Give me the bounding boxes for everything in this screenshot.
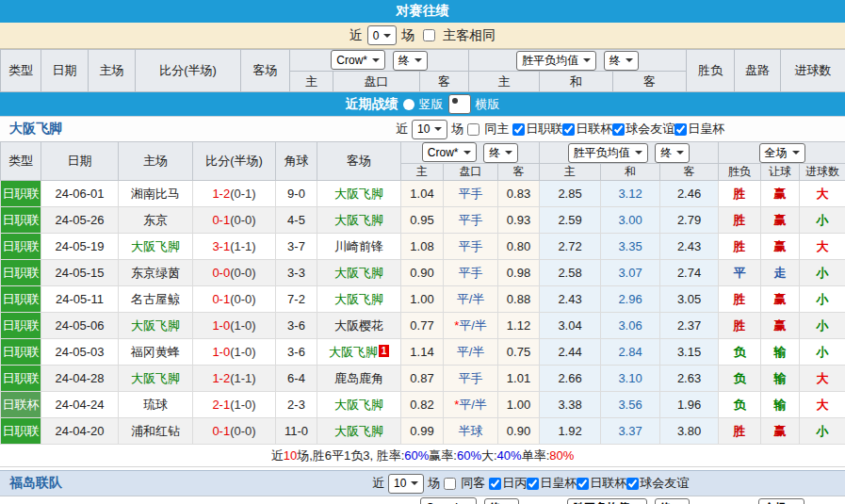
h2h-bookmaker-select[interactable]: Crow* [331,50,385,70]
league-label: 日联杯 [590,475,626,492]
match-result-cell: 负 [719,392,761,418]
col-score [192,496,275,504]
team1-scope-select[interactable]: 全场 [759,143,805,163]
h2h-title-bar: 对赛往绩 [0,0,845,23]
chevron-down-icon [463,151,471,154]
red-card-badge: 1 [379,345,389,357]
euro-draw-odds-cell: 3.00 [601,207,660,234]
team2-odds-time-select[interactable]: 终 [484,498,519,504]
team1-same-home-checkbox[interactable] [467,123,479,136]
col-type: 类型 [1,142,41,181]
team2-league-filter[interactable]: 日皇杯 [527,475,577,492]
asia-home-odds-cell: 1.08 [401,234,444,260]
euro-draw-odds-cell: 3.56 [601,392,660,418]
col-away: 客场 [317,142,401,181]
league-label: 日丙 [502,475,527,492]
team2-league-filter[interactable]: 日丙 [489,475,527,492]
team2-league-filter[interactable]: 球会友谊 [626,475,689,492]
match-date-cell: 24-05-11 [41,286,119,313]
vertical-layout-radio[interactable] [403,99,414,110]
home-team-cell[interactable]: 大阪飞脚 [119,366,193,392]
team1-name-link[interactable]: 大阪飞脚 [9,121,62,138]
team1-league-filter[interactable]: 球会友谊 [612,121,674,138]
euro-home-odds-cell: 2.59 [540,207,601,234]
col-euro-away: 客 [660,164,719,181]
team1-league-filter[interactable]: 日联杯 [562,121,612,138]
home-team-cell: 名古屋鲸 [119,286,193,313]
h2h-odds-time-select[interactable]: 终 [393,51,428,71]
score-cell: 2-1(1-0) [193,392,276,418]
h2h-filter-bar: 近 0 场 主客相同 [0,23,845,49]
h2h-europe-time-select[interactable]: 终 [604,51,639,71]
team2-league-filter[interactable]: 日联杯 [577,475,626,492]
team1-league-filter[interactable]: 日皇杯 [674,121,724,138]
col-score: 比分(半场) [193,142,276,181]
team1-europe-select[interactable]: 胜平负均值 [568,143,648,163]
summary-segment: 近 [271,447,284,464]
team2-europe-select[interactable]: 胜平负均值 [567,498,647,504]
col-away [317,496,400,504]
team2-scope-select[interactable]: 全场 [758,498,804,504]
chevron-down-icon [635,151,642,154]
match-type-cell: 日职联 [1,418,41,445]
league-label: 球会友谊 [640,475,689,492]
team1-bar: 大阪飞脚 近 10 场 同主 日职联日联杯球会友谊日皇杯 [0,116,845,141]
euro-away-odds-cell: 2.63 [660,366,719,392]
league-checkbox[interactable] [512,123,525,136]
match-row: 日职联24-05-11名古屋鲸0-1(0-0)7-2大阪飞脚1.00平/半0.8… [1,286,845,313]
col-let-goal: 让球 [761,164,800,181]
team1-odds-time-select[interactable]: 终 [483,143,518,163]
games-label: 场 [451,121,463,138]
home-team-cell[interactable]: 大阪飞脚 [119,234,193,260]
euro-away-odds-cell: 2.79 [660,207,719,234]
league-label: 球会友谊 [626,121,674,138]
horizontal-layout-radio[interactable] [448,94,471,114]
handicap-result-cell: 赢 [761,313,800,339]
near-label: 近 [349,27,363,44]
team2-bookmaker-select[interactable]: Crow* [420,497,477,504]
away-team-cell[interactable]: 大阪飞脚 [317,181,401,207]
away-team-cell[interactable]: 大阪飞脚1 [317,339,401,366]
asia-away-odds-cell: 0.98 [498,260,540,286]
euro-home-odds-cell: 2.43 [540,286,601,313]
col-score: 比分(半场) [136,50,241,92]
away-team-cell: 川崎前锋 [317,234,401,260]
chevron-down-icon [434,127,442,131]
team2-name-link[interactable]: 福岛联队 [9,475,62,492]
team2-same-away-checkbox[interactable] [444,478,456,490]
h2h-recent-count-select[interactable]: 0 [367,25,398,45]
team1-bookmaker-select[interactable]: Crow* [422,142,477,162]
team2-same-away-label: 同客 [461,475,485,492]
euro-home-odds-cell: 2.44 [540,339,601,366]
games-label: 场 [428,475,440,492]
team1-recent-count-select[interactable]: 10 [412,120,447,139]
euro-away-odds-cell: 2.43 [660,234,719,260]
match-history-page: 对赛往绩 近 0 场 主客相同 类型 日期 主场 比分(半场) 客场 Crow*… [0,0,845,504]
euro-away-odds-cell: 1.96 [660,392,719,418]
same-home-away-checkbox[interactable] [423,29,435,41]
asia-home-odds-cell: 1.14 [401,339,444,366]
asia-handicap-cell: *平/半 [444,313,498,339]
league-checkbox[interactable] [577,478,589,490]
team1-league-filter[interactable]: 日职联 [512,121,562,138]
page-title: 对赛往绩 [397,3,449,20]
team1-europe-time-select[interactable]: 终 [655,143,690,163]
away-team-cell[interactable]: 大阪飞脚 [317,207,401,234]
euro-away-odds-cell: 3.05 [660,286,719,313]
team2-recent-count-select[interactable]: 10 [388,474,424,494]
league-checkbox[interactable] [626,478,639,490]
away-team-cell[interactable]: 大阪飞脚 [317,392,401,418]
league-checkbox[interactable] [674,123,687,136]
team2-europe-time-select[interactable]: 终 [655,498,690,504]
h2h-europe-select[interactable]: 胜平负均值 [516,51,596,71]
away-team-cell[interactable]: 大阪飞脚 [317,260,401,286]
home-team-cell[interactable]: 大阪飞脚 [119,313,193,339]
league-checkbox[interactable] [562,123,575,136]
summary-segment: 80% [549,448,574,463]
league-checkbox[interactable] [489,478,501,490]
league-checkbox[interactable] [527,478,539,490]
away-team-cell[interactable]: 大阪飞脚 [317,286,401,313]
league-checkbox[interactable] [612,123,625,136]
euro-draw-odds-cell: 3.35 [601,234,660,260]
away-team-cell[interactable]: 大阪飞脚 [317,418,401,445]
